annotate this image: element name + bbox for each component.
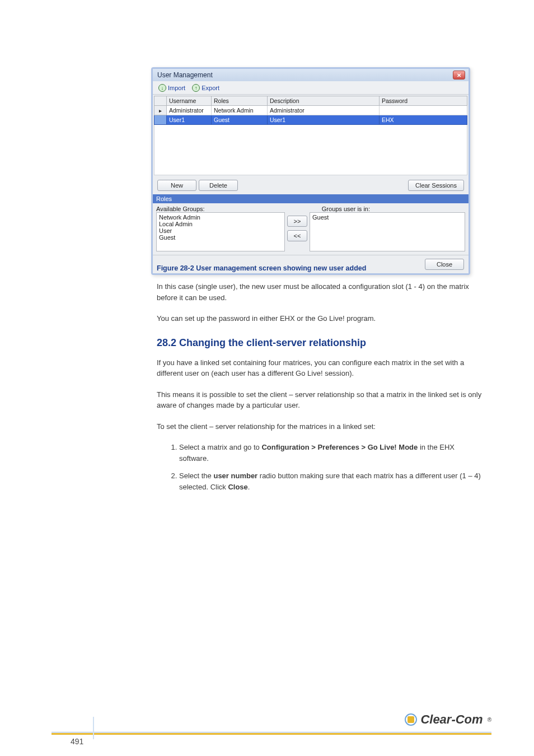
page-number: 491 [71,737,83,746]
new-button[interactable]: New [157,180,196,191]
section-heading: 28.2 Changing the client-server relation… [157,335,484,351]
grid-header-row: Username Roles Description Password [154,96,467,106]
list-item[interactable]: User [158,227,283,234]
footer-accent [51,731,491,735]
delete-button[interactable]: Delete [199,180,238,191]
toolbar: ↓ Import ↑ Export [153,81,469,95]
cell-password[interactable] [380,106,467,115]
paragraph: This means it is possible to set the cli… [157,389,484,411]
header-password[interactable]: Password [380,96,467,106]
cell-password[interactable]: EHX [380,115,467,125]
cell-description[interactable]: Administrator [268,106,380,115]
import-button[interactable]: ↓ Import [155,83,189,93]
brand-reg: ® [488,717,491,723]
close-button[interactable]: Close [425,259,464,270]
cell-username[interactable]: Administrator [167,106,212,115]
member-groups-label: Groups user is in: [322,206,370,212]
cell-roles[interactable]: Network Admin [212,106,268,115]
brand-logo: Clear-Com® [405,712,491,727]
cell-username[interactable]: User1 [167,115,212,125]
table-row[interactable]: User1 Guest User1 EHX [154,115,467,125]
table-row[interactable]: ▸ Administrator Network Admin Administra… [154,106,467,115]
paragraph: To set the client – server relationship … [157,421,484,432]
paragraph: In this case (single user), the new user… [157,281,484,303]
list-item[interactable]: Local Admin [158,221,283,227]
row-selector[interactable] [154,115,167,125]
export-label: Export [202,85,219,91]
move-left-button[interactable]: << [287,230,307,241]
groups-labels-row: Available Groups: Groups user is in: [153,203,469,212]
list-item[interactable]: Guest [158,234,283,241]
cell-description[interactable]: User1 [268,115,380,125]
header-username[interactable]: Username [167,96,212,106]
paragraph: You can set up the password in either EH… [157,313,484,324]
export-icon: ↑ [192,84,200,92]
cell-roles[interactable]: Guest [212,115,268,125]
row-selector[interactable]: ▸ [154,106,167,115]
step-item: Select a matrix and go to Configuration … [179,442,484,464]
user-management-dialog: User Management ✕ ↓ Import ↑ Export User… [151,67,470,275]
grid-empty-area [154,125,467,175]
side-rule [93,717,94,739]
grid-button-row: New Delete Clear Sessions [153,176,469,194]
paragraph: If you have a linked set containing four… [157,357,484,379]
users-grid[interactable]: Username Roles Description Password ▸ Ad… [154,96,467,175]
groups-area: Network Admin Local Admin User Guest >> … [153,212,469,255]
titlebar: User Management ✕ [153,69,469,81]
member-groups-listbox[interactable]: Guest [310,212,465,251]
available-groups-label: Available Groups: [156,206,205,212]
list-item[interactable]: Guest [311,214,463,221]
figure-caption: Figure 28-2 User management screen showi… [157,264,366,272]
import-icon: ↓ [158,84,166,92]
clear-sessions-button[interactable]: Clear Sessions [408,180,464,191]
import-label: Import [168,85,185,91]
step-item: Select the user number radio button maki… [179,470,484,492]
available-groups-listbox[interactable]: Network Admin Local Admin User Guest [156,212,285,251]
row-arrow-icon: ▸ [159,108,162,114]
brand-mark-icon [405,713,417,726]
export-button[interactable]: ↑ Export [189,83,223,93]
brand-name: Clear-Com [420,712,483,727]
dialog-title: User Management [156,71,213,79]
close-icon[interactable]: ✕ [453,71,465,80]
roles-section-header: Roles [153,194,469,203]
move-right-button[interactable]: >> [287,216,307,227]
header-roles[interactable]: Roles [212,96,268,106]
body-text: In this case (single user), the new user… [157,281,484,501]
header-selector [154,96,167,106]
header-description[interactable]: Description [268,96,380,106]
list-item[interactable]: Network Admin [158,214,283,221]
move-buttons: >> << [287,212,307,245]
